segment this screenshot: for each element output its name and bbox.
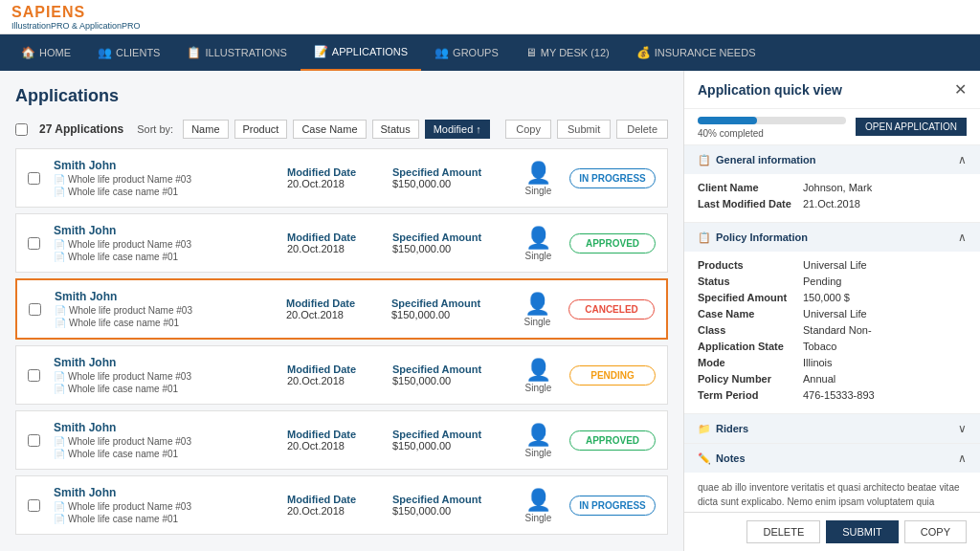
progress-bar-fill	[698, 117, 757, 124]
person-label: Single	[524, 317, 551, 327]
specified-amount-value: 150,000 $	[803, 292, 850, 303]
main-nav: 🏠 HOME 👥 CLIENTS 📋 ILLUSTRATIONS 📝 APPLI…	[0, 34, 980, 71]
quick-view-header: Application quick view ✕	[684, 71, 980, 109]
app-name: Smith John	[54, 224, 278, 237]
close-button[interactable]: ✕	[954, 80, 967, 99]
nav-clients[interactable]: 👥 CLIENTS	[84, 34, 173, 71]
nav-illustrations[interactable]: 📋 ILLUSTRATIONS	[173, 34, 300, 71]
status-value: Pending	[803, 276, 841, 287]
date-value: 20.Oct.2018	[287, 375, 383, 386]
amount-label: Specified Amount	[391, 298, 506, 309]
amount-label: Specified Amount	[392, 166, 507, 178]
file-icon: 📄	[54, 436, 65, 447]
nav-clients-label: CLIENTS	[116, 47, 160, 58]
specified-amount-label: Specified Amount	[698, 292, 803, 303]
row-checkbox[interactable]	[28, 237, 40, 250]
copy-button[interactable]: Copy	[505, 120, 551, 139]
general-info-header[interactable]: 📋 General information ∧	[684, 145, 980, 174]
status-badge: APPROVED	[569, 430, 656, 451]
app-person: 👤 Single	[517, 226, 560, 261]
table-row[interactable]: Smith John 📄 Whole life product Name #03…	[15, 278, 668, 340]
riders-icon: 📁	[698, 423, 711, 435]
amount-label: Specified Amount	[392, 429, 507, 440]
general-info-title: 📋 General information	[698, 154, 816, 166]
qv-row: Mode Illinois	[698, 357, 967, 368]
file-icon: 📄	[54, 449, 65, 459]
date-label: Modified Date	[287, 231, 383, 243]
app-amount: Specified Amount $150,000.00	[392, 429, 507, 452]
file-icon: 📄	[54, 239, 65, 250]
select-all-checkbox[interactable]	[15, 123, 28, 136]
app-date: Modified Date 20.Oct.2018	[287, 364, 383, 386]
date-value: 20.Oct.2018	[287, 178, 383, 189]
delete-button[interactable]: Delete	[616, 120, 668, 139]
person-label: Single	[525, 513, 552, 523]
row-checkbox[interactable]	[29, 303, 41, 316]
person-label: Single	[525, 383, 552, 393]
footer-delete-button[interactable]: DELETE	[746, 520, 820, 543]
app-name: Smith John	[54, 421, 278, 434]
left-panel: Applications 27 Applications Sort by: Na…	[0, 71, 683, 551]
qv-row: Status Pending	[698, 276, 967, 287]
term-period-label: Term Period	[698, 389, 803, 401]
app-info: Smith John 📄 Whole life product Name #03…	[54, 356, 278, 394]
app-state-value: Tobaco	[803, 341, 836, 352]
nav-home[interactable]: 🏠 HOME	[8, 34, 84, 71]
app-sub: 📄 Whole life product Name #03 📄 Whole li…	[54, 501, 278, 524]
footer-submit-button[interactable]: SUBMIT	[826, 520, 899, 543]
app-amount: Specified Amount $150,000.00	[391, 298, 506, 320]
person-icon: 👤	[525, 423, 551, 448]
table-row[interactable]: Smith John 📄 Whole life product Name #03…	[15, 475, 668, 535]
quick-view-panel: Application quick view ✕ 40% completed O…	[683, 71, 980, 551]
table-row[interactable]: Smith John 📄 Whole life product Name #03…	[15, 345, 668, 405]
notes-collapse-icon: ∧	[958, 452, 967, 465]
status-badge: IN PROGRESS	[569, 168, 656, 188]
sort-status-button[interactable]: Status	[372, 120, 419, 139]
policy-info-header[interactable]: 📋 Policy Information ∧	[684, 223, 980, 252]
progress-bar-bg	[698, 117, 846, 124]
nav-applications[interactable]: 📝 APPLICATIONS	[301, 34, 421, 71]
row-checkbox[interactable]	[28, 369, 40, 382]
app-info: Smith John 📄 Whole life product Name #03…	[54, 486, 278, 524]
status-badge: APPROVED	[569, 233, 656, 253]
qv-row: Class Standard Non-	[698, 324, 967, 336]
riders-section: 📁 Riders ∨	[684, 414, 980, 444]
quick-view-body: 📋 General information ∧ Client Name John…	[684, 145, 980, 512]
open-application-button[interactable]: OPEN APPLICATION	[856, 118, 967, 136]
policy-info-title: 📋 Policy Information	[698, 231, 808, 244]
notes-header[interactable]: ✏️ Notes ∧	[684, 444, 980, 473]
app-date: Modified Date 20.Oct.2018	[287, 166, 383, 189]
date-value: 20.Oct.2018	[287, 243, 383, 254]
nav-mydesk-label: MY DESK (12)	[541, 47, 610, 58]
footer-copy-button[interactable]: COPY	[904, 520, 967, 543]
nav-groups[interactable]: 👥 GROUPS	[421, 34, 512, 71]
logo: SAPIENS IllustrationPRO & ApplicationPRO	[11, 4, 141, 31]
riders-header[interactable]: 📁 Riders ∨	[684, 414, 980, 443]
progress-row: 40% completed OPEN APPLICATION	[698, 117, 967, 139]
client-name-label: Client Name	[698, 182, 803, 193]
sort-product-button[interactable]: Product	[234, 120, 288, 139]
submit-button[interactable]: Submit	[557, 120, 611, 139]
page-title: Applications	[15, 86, 668, 106]
row-checkbox[interactable]	[28, 499, 40, 512]
nav-insurance[interactable]: 💰 INSURANCE NEEDS	[623, 34, 769, 71]
nav-applications-label: APPLICATIONS	[332, 46, 408, 57]
sort-name-button[interactable]: Name	[183, 120, 228, 139]
sort-modified-button[interactable]: Modified ↑	[425, 120, 490, 139]
table-row[interactable]: Smith John 📄 Whole life product Name #03…	[15, 410, 668, 470]
row-checkbox[interactable]	[28, 172, 40, 185]
qv-row: Policy Number Annual	[698, 373, 967, 385]
table-row[interactable]: Smith John 📄 Whole life product Name #03…	[15, 148, 668, 208]
table-row[interactable]: Smith John 📄 Whole life product Name #03…	[15, 213, 668, 273]
date-value: 20.Oct.2018	[287, 440, 383, 452]
sort-casename-button[interactable]: Case Name	[293, 120, 366, 139]
notes-title: ✏️ Notes	[698, 452, 746, 465]
row-checkbox[interactable]	[28, 434, 40, 447]
mode-value: Illinois	[803, 357, 833, 368]
top-bar: SAPIENS IllustrationPRO & ApplicationPRO	[0, 0, 980, 34]
clients-icon: 👥	[98, 46, 112, 59]
last-modified-label: Last Modified Date	[698, 198, 803, 209]
person-icon: 👤	[525, 161, 551, 186]
notes-text: quae ab illo inventore veritatis et quas…	[698, 480, 967, 512]
nav-mydesk[interactable]: 🖥 MY DESK (12)	[512, 34, 623, 71]
